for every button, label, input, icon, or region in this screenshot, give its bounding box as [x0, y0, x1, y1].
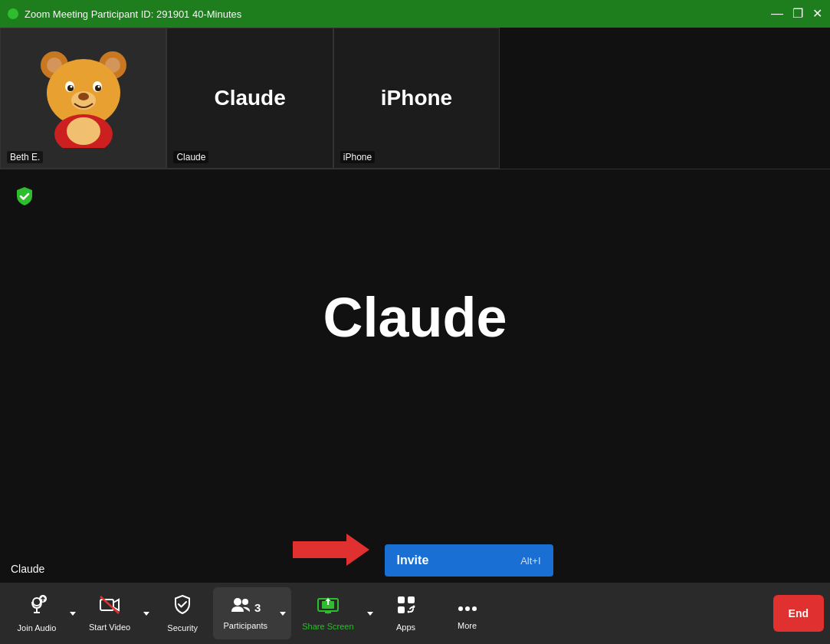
- svg-point-25: [242, 599, 248, 605]
- participants-label: Participants: [223, 621, 267, 630]
- svg-point-14: [67, 117, 100, 145]
- svg-point-37: [412, 606, 415, 608]
- apps-button[interactable]: Apps: [376, 589, 437, 638]
- toolbar: Join Audio Start Video: [0, 583, 830, 644]
- share-screen-button[interactable]: Share Screen: [291, 590, 364, 637]
- svg-point-9: [70, 86, 72, 88]
- video-icon: [99, 595, 120, 619]
- window-title: Zoom Meeting Participant ID: 291901 40-M…: [25, 8, 241, 20]
- share-screen-caret[interactable]: [365, 606, 376, 620]
- shield-badge: [14, 186, 35, 212]
- main-content: Beth E. Claude Claude iPhone iPhone ⊞ Vi…: [0, 28, 830, 583]
- current-speaker-label: Claude: [11, 563, 44, 575]
- speaker-name: Claude: [323, 286, 507, 349]
- svg-marker-23: [143, 612, 149, 616]
- more-button[interactable]: More: [437, 590, 498, 636]
- thumbnail-beth[interactable]: Beth E.: [0, 28, 166, 169]
- thumbnail-claude[interactable]: Claude Claude: [166, 28, 333, 169]
- security-icon: [172, 594, 192, 620]
- security-label: Security: [167, 623, 198, 632]
- claude-name: Claude: [173, 151, 208, 163]
- svg-point-36: [407, 611, 409, 613]
- security-button[interactable]: Security: [152, 588, 213, 639]
- thumbnail-empty: [500, 28, 830, 169]
- join-audio-caret[interactable]: [67, 606, 78, 620]
- svg-point-38: [458, 606, 463, 611]
- audio-icon: [26, 594, 48, 620]
- window-controls: — ❐ ✕: [771, 8, 822, 20]
- join-audio-button[interactable]: Join Audio: [6, 588, 67, 639]
- red-arrow: [293, 534, 369, 569]
- minimize-button[interactable]: —: [771, 8, 783, 20]
- close-button[interactable]: ✕: [812, 8, 822, 20]
- claude-thumbnail-label: Claude: [214, 86, 285, 110]
- start-video-button[interactable]: Start Video: [78, 589, 141, 638]
- participants-group: 3 Participants: [213, 587, 291, 639]
- share-screen-icon: [317, 596, 340, 619]
- zoom-logo-dot: [8, 8, 18, 19]
- svg-point-40: [472, 606, 477, 611]
- beth-name: Beth E.: [7, 151, 43, 163]
- svg-point-39: [465, 606, 470, 611]
- participants-button[interactable]: 3 Participants: [215, 590, 276, 636]
- start-video-group: Start Video: [78, 589, 152, 638]
- svg-point-12: [78, 93, 89, 100]
- start-video-caret[interactable]: [141, 606, 152, 620]
- thumbnail-iphone[interactable]: iPhone iPhone: [333, 28, 500, 169]
- more-label: More: [458, 621, 477, 630]
- invite-shortcut: Alt+I: [520, 555, 540, 567]
- svg-rect-35: [398, 606, 405, 613]
- participants-caret[interactable]: [276, 606, 290, 620]
- svg-point-24: [234, 598, 241, 606]
- share-screen-group: Share Screen: [291, 590, 375, 637]
- maximize-button[interactable]: ❐: [792, 8, 803, 20]
- title-bar: Zoom Meeting Participant ID: 291901 40-M…: [0, 0, 830, 28]
- svg-marker-32: [367, 612, 373, 616]
- more-icon: [458, 596, 477, 618]
- iphone-name: iPhone: [340, 151, 375, 163]
- svg-marker-15: [293, 534, 369, 566]
- invite-label: Invite: [397, 554, 429, 567]
- svg-marker-20: [70, 612, 76, 616]
- apps-icon: [396, 595, 416, 619]
- end-button[interactable]: End: [773, 595, 824, 632]
- join-audio-group: Join Audio: [6, 588, 78, 639]
- participants-count: 3: [254, 601, 261, 614]
- svg-rect-34: [408, 596, 415, 603]
- svg-point-10: [97, 86, 100, 88]
- svg-rect-33: [398, 596, 405, 603]
- svg-marker-26: [280, 612, 286, 616]
- share-screen-label: Share Screen: [302, 622, 353, 631]
- title-bar-left: Zoom Meeting Participant ID: 291901 40-M…: [8, 8, 241, 20]
- join-audio-label: Join Audio: [18, 623, 57, 632]
- participants-icon: [230, 596, 251, 618]
- beth-avatar: [34, 44, 133, 152]
- apps-label: Apps: [396, 623, 415, 632]
- start-video-label: Start Video: [89, 623, 130, 632]
- iphone-thumbnail-label: iPhone: [381, 86, 452, 110]
- invite-popup[interactable]: Invite Alt+I: [385, 544, 553, 577]
